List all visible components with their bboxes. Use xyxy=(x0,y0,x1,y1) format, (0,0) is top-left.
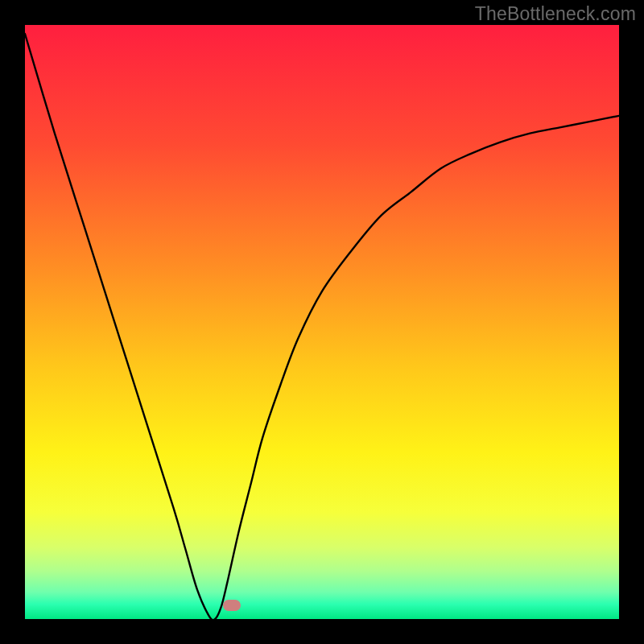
minimum-marker xyxy=(223,600,241,611)
watermark-text: TheBottleneck.com xyxy=(475,3,636,25)
plot-area xyxy=(25,25,619,619)
chart-frame: TheBottleneck.com xyxy=(0,0,644,644)
bottleneck-curve xyxy=(25,25,619,619)
